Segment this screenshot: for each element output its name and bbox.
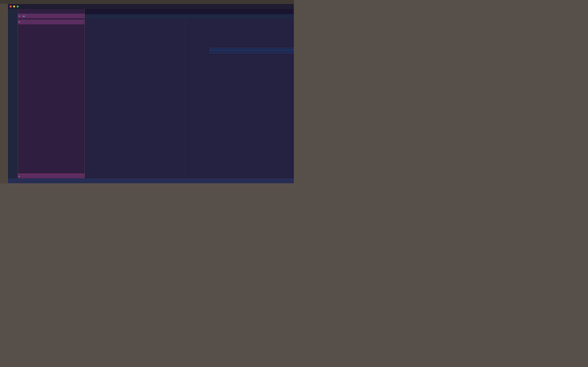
vscode-window: ▾ ▾ ▸	[8, 4, 294, 184]
editor-scrollbar[interactable]	[292, 19, 294, 178]
minimize-window-button[interactable]	[13, 6, 15, 8]
chevron-down-icon: ▾	[19, 15, 21, 17]
explorer-sidebar: ▾ ▾ ▸	[18, 9, 85, 178]
macos-menu-bar	[0, 0, 294, 4]
sidebar-title	[18, 9, 85, 14]
code-editor[interactable]	[85, 19, 294, 178]
open-editors-header[interactable]: ▾	[18, 14, 85, 18]
macos-dock	[0, 4, 8, 184]
activity-bar	[8, 9, 18, 178]
breadcrumb[interactable]	[85, 14, 294, 19]
hover-tooltip	[210, 48, 294, 53]
folder-section-header[interactable]: ▾	[18, 20, 85, 25]
title-bar	[8, 4, 294, 9]
zoom-window-button[interactable]	[17, 6, 19, 8]
ruler-line	[85, 19, 85, 178]
chevron-down-icon: ▾	[19, 21, 21, 23]
editor-tab-bar	[85, 9, 294, 14]
unsaved-badge	[23, 16, 25, 17]
chevron-right-icon: ▸	[19, 175, 21, 177]
close-window-button[interactable]	[10, 6, 12, 8]
status-bar	[8, 178, 294, 183]
structure-section-header[interactable]: ▸	[18, 174, 85, 178]
